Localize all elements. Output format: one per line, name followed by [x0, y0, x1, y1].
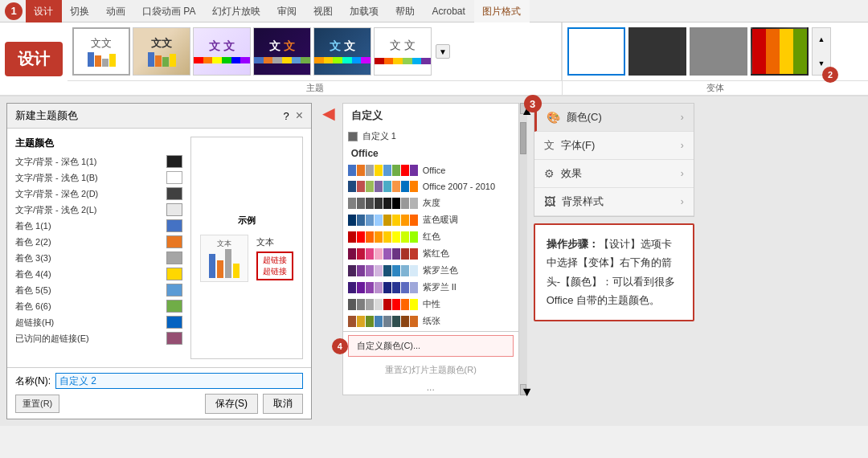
swatch-10[interactable] — [166, 300, 182, 313]
btn-row: 重置(R) 保存(S) 取消 — [15, 394, 303, 414]
variant-item-2[interactable] — [628, 27, 686, 76]
color-row-7: 着色 3(3) — [15, 251, 182, 264]
custom-colors-btn[interactable]: 自定义颜色(C)... — [348, 335, 514, 357]
tab-picture-format[interactable]: 图片格式 — [474, 0, 530, 22]
swatch-6[interactable] — [166, 235, 182, 248]
neutral-color-block — [348, 299, 418, 310]
color-icon: 🎨 — [547, 111, 560, 124]
swatch-7[interactable] — [166, 251, 182, 264]
up-arrow-icon: ▲ — [818, 35, 825, 43]
design-label: 设计 — [5, 42, 63, 76]
sample-title: 示例 — [238, 215, 256, 227]
badge-2: 2 — [822, 67, 838, 83]
sample-content: 文本 文本 超链接超链接 — [200, 235, 293, 282]
variant-item-1[interactable] — [567, 27, 625, 76]
dialog-question[interactable]: ? — [283, 110, 289, 122]
menu-item-bg[interactable]: 🖼 背景样式 › — [534, 188, 694, 216]
dropdown-item-violet2[interactable]: 紫罗兰 II — [343, 279, 518, 296]
theme-scroll-down[interactable]: ▼ — [436, 44, 450, 59]
color-row-8: 着色 4(4) — [15, 268, 182, 280]
dialog-header: 新建主题颜色 ? × — [7, 104, 311, 129]
custom-item-label: 自定义 1 — [362, 130, 396, 142]
color-row-2: 文字/背景 - 浅色 1(B) — [15, 171, 182, 184]
variant-item-4[interactable] — [751, 27, 809, 76]
variant-item-3[interactable] — [690, 27, 747, 76]
color-row-9: 着色 5(5) — [15, 284, 182, 296]
tab-help[interactable]: 帮助 — [387, 0, 424, 22]
dropdown-item-paper[interactable]: 纸张 — [343, 313, 518, 329]
swatch-11[interactable] — [166, 316, 182, 329]
sample-chart — [204, 249, 244, 278]
dropdown-custom-item[interactable]: 自定义 1 — [343, 128, 518, 145]
tab-slideshow[interactable]: 幻灯片放映 — [204, 0, 269, 22]
scroll-down-btn[interactable]: ▼ — [520, 384, 526, 395]
reset-btn[interactable]: 重置(R) — [15, 395, 59, 413]
dropdown-item-office2010[interactable]: Office 2007 - 2010 — [343, 178, 518, 194]
menu-item-color[interactable]: 🎨 颜色(C) › — [534, 104, 694, 132]
middle-area: ◄ 自定义 自定义 1 Office Office — [318, 103, 862, 419]
reset-slide-colors-btn[interactable]: 重置幻灯片主题颜色(R) — [343, 360, 518, 380]
variant-dropdown-btn[interactable]: ▲ ▼ 2 — [812, 27, 831, 76]
color-label: 颜色(C) — [567, 110, 674, 125]
tab-review[interactable]: 审阅 — [269, 0, 305, 22]
dropdown-item-gray[interactable]: 灰度 — [343, 194, 518, 211]
color-row-4: 文字/背景 - 浅色 2(L) — [15, 203, 182, 216]
color-row-6: 着色 2(2) — [15, 235, 182, 248]
office2010-color-block — [348, 181, 418, 192]
tab-view[interactable]: 视图 — [305, 0, 342, 22]
dropdown-item-violet[interactable]: 紫罗兰色 — [343, 262, 518, 279]
tab-animation[interactable]: 动画 — [98, 0, 134, 22]
theme-item-4[interactable]: 文 文 — [253, 27, 311, 76]
swatch-4[interactable] — [166, 203, 182, 216]
menu-item-font[interactable]: 文 字体(F) › — [534, 132, 694, 160]
swatch-9[interactable] — [166, 284, 182, 296]
dropdown-item-red[interactable]: 红色 — [343, 228, 518, 245]
item-neutral-label: 中性 — [423, 298, 440, 310]
bg-icon: 🖼 — [544, 195, 555, 208]
theme-item-6[interactable]: 文 文 — [374, 27, 432, 76]
menu-item-effects[interactable]: ⚙ 效果 › — [534, 160, 694, 188]
color-row-12: 已访问的超链接(E) — [15, 332, 182, 345]
swatch-5[interactable] — [166, 219, 182, 232]
custom-color-icon — [348, 132, 358, 141]
swatch-12[interactable] — [166, 332, 182, 345]
tab-acrobat[interactable]: Acrobat — [424, 0, 473, 22]
theme-item-5[interactable]: 文 文 — [313, 27, 371, 76]
font-label: 字体(F) — [561, 138, 674, 153]
theme-item-3[interactable]: 文 文 — [193, 27, 251, 76]
badge-3: 3 — [524, 95, 542, 112]
dropdown-item-office[interactable]: Office — [343, 162, 518, 178]
dialog-close-btn[interactable]: × — [296, 108, 303, 123]
dropdown-item-purple[interactable]: 紫红色 — [343, 245, 518, 262]
theme-item-2[interactable]: 文文 — [133, 27, 190, 76]
swatch-3[interactable] — [166, 187, 182, 200]
sample-area: 示例 文本 文本 超链接超链 — [190, 137, 303, 359]
main-area: 新建主题颜色 ? × 主题颜色 文字/背景 - 深色 1(1) 文字/背景 - … — [0, 96, 868, 426]
dropdown-scrollbar[interactable]: ▲ ▼ — [519, 103, 527, 395]
item-violet2-label: 紫罗兰 II — [423, 281, 457, 293]
item-office2010-label: Office 2007 - 2010 — [423, 182, 495, 191]
bluewarm-color-block — [348, 215, 418, 226]
swatch-8[interactable] — [166, 268, 182, 280]
paper-color-block — [348, 316, 418, 327]
dialog-title: 新建主题颜色 — [15, 108, 78, 123]
color-row-1: 文字/背景 - 深色 1(1) — [15, 155, 182, 168]
cancel-btn[interactable]: 取消 — [263, 394, 303, 414]
effects-icon: ⚙ — [544, 167, 555, 180]
scrollbar-thumb[interactable] — [520, 122, 526, 154]
dialog-footer: 名称(N): 重置(R) 保存(S) 取消 — [7, 367, 311, 419]
tab-switch[interactable]: 切换 — [62, 0, 98, 22]
badge-4: 4 — [332, 338, 348, 354]
tab-design[interactable]: 设计 — [26, 0, 62, 22]
sample-text-box: 文本 超链接超链接 — [256, 235, 293, 282]
save-btn[interactable]: 保存(S) — [205, 394, 258, 414]
tab-addins[interactable]: 加载项 — [342, 0, 387, 22]
tab-pa[interactable]: 口袋动画 PA — [134, 0, 204, 22]
swatch-2[interactable] — [166, 171, 182, 184]
new-theme-colors-dialog: 新建主题颜色 ? × 主题颜色 文字/背景 - 深色 1(1) 文字/背景 - … — [6, 103, 312, 419]
swatch-1[interactable] — [166, 155, 182, 168]
name-input[interactable] — [55, 373, 303, 389]
dropdown-item-bluewarm[interactable]: 蓝色暖调 — [343, 211, 518, 228]
theme-item-1[interactable]: 文文 — [72, 27, 130, 76]
dropdown-item-neutral[interactable]: 中性 — [343, 296, 518, 313]
